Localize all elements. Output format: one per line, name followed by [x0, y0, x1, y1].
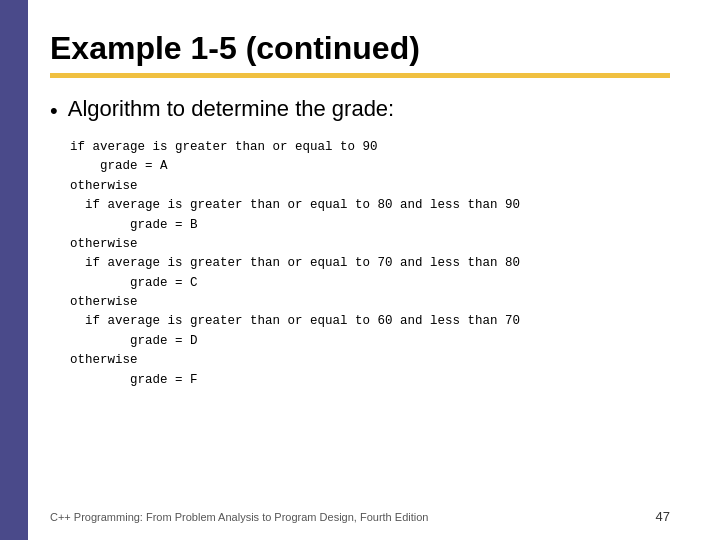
title-area: Example 1-5 (continued) [50, 30, 670, 78]
footer-citation: C++ Programming: From Problem Analysis t… [50, 511, 428, 523]
code-block: if average is greater than or equal to 9… [70, 138, 670, 390]
footer-page-number: 47 [656, 509, 670, 524]
accent-divider [50, 73, 670, 78]
bullet-item: • Algorithm to determine the grade: [50, 96, 670, 124]
bullet-symbol: • [50, 98, 58, 124]
bullet-text: Algorithm to determine the grade: [68, 96, 395, 122]
slide-title: Example 1-5 (continued) [50, 30, 670, 67]
left-accent-bar [0, 0, 28, 540]
slide: Example 1-5 (continued) • Algorithm to d… [0, 0, 720, 540]
footer: C++ Programming: From Problem Analysis t… [50, 509, 670, 524]
